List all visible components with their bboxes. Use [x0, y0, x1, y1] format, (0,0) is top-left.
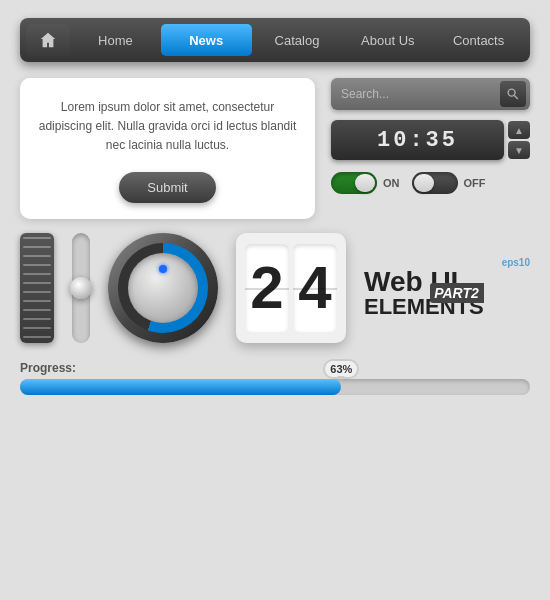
search-input[interactable] — [341, 87, 500, 101]
home-nav-button[interactable] — [26, 24, 70, 56]
vertical-slider-wide[interactable] — [20, 233, 54, 343]
clock-display: 10:35 — [331, 120, 504, 160]
slider-line — [23, 336, 51, 338]
toggles-row: ON OFF — [331, 172, 530, 194]
part2-badge: PART2 — [430, 283, 484, 303]
slider-line — [23, 264, 51, 266]
nav-item-home[interactable]: Home — [70, 24, 161, 56]
toggle-on-label: ON — [383, 177, 400, 189]
knob-ring — [118, 243, 208, 333]
clock-down-button[interactable]: ▼ — [508, 141, 530, 159]
nav-item-about[interactable]: About Us — [342, 24, 433, 56]
slider-line — [23, 300, 51, 302]
flip-counter: 2 4 — [236, 233, 346, 343]
knob-container — [108, 233, 218, 343]
slider-line — [23, 246, 51, 248]
toggle-off-label: OFF — [464, 177, 486, 189]
home-icon — [39, 31, 57, 49]
progress-label-row: Progress: — [20, 361, 530, 375]
nav-item-contacts[interactable]: Contacts — [433, 24, 524, 56]
slider-line — [23, 237, 51, 239]
toggle-off-thumb — [414, 174, 434, 192]
nav-item-news[interactable]: News — [161, 24, 252, 56]
progress-row: Progress: 63% — [20, 361, 530, 395]
clock-container: 10:35 ▲ ▼ — [331, 120, 530, 160]
card-body-text: Lorem ipsum dolor sit amet, consectetur … — [38, 98, 297, 156]
webui-branding: eps10 Web UI ELEMENTS PART2 — [364, 257, 530, 318]
slider-line — [23, 291, 51, 293]
clock-up-button[interactable]: ▲ — [508, 121, 530, 139]
toggle-on: ON — [331, 172, 400, 194]
clock-arrows: ▲ ▼ — [508, 121, 530, 159]
right-panel: 10:35 ▲ ▼ ON OFF — [331, 78, 530, 219]
svg-line-1 — [514, 95, 518, 99]
toggle-on-track[interactable] — [331, 172, 377, 194]
toggle-off-track[interactable] — [412, 172, 458, 194]
main-area: Lorem ipsum dolor sit amet, consectetur … — [20, 78, 530, 219]
slider-line — [23, 282, 51, 284]
slider-line — [23, 327, 51, 329]
widgets-row: 2 4 eps10 Web UI ELEMENTS PART2 — [20, 233, 530, 343]
eps-label: eps10 — [502, 257, 530, 268]
toggle-off: OFF — [412, 172, 486, 194]
slider-line — [23, 309, 51, 311]
toggle-on-thumb — [355, 174, 375, 192]
vertical-slider-small[interactable] — [72, 233, 90, 343]
progress-bubble: 63% — [323, 359, 359, 379]
search-icon — [506, 87, 520, 101]
knob[interactable] — [108, 233, 218, 343]
slider-line — [23, 255, 51, 257]
search-bar — [331, 78, 530, 110]
text-card: Lorem ipsum dolor sit amet, consectetur … — [20, 78, 315, 219]
progress-fill: 63% — [20, 379, 341, 395]
submit-button[interactable]: Submit — [119, 172, 215, 203]
nav-item-catalog[interactable]: Catalog — [252, 24, 343, 56]
knob-indicator-dot — [159, 265, 167, 273]
search-button[interactable] — [500, 81, 526, 107]
slider-thumb — [70, 277, 92, 299]
slider-line — [23, 273, 51, 275]
webui-title-wrapper: Web UI ELEMENTS PART2 — [364, 268, 484, 318]
knob-inner — [128, 253, 198, 323]
slider-lines — [20, 233, 54, 343]
navigation-bar: Home News Catalog About Us Contacts — [20, 18, 530, 62]
slider-line — [23, 318, 51, 320]
flip-digit-tens: 2 — [245, 244, 289, 332]
progress-label: Progress: — [20, 361, 76, 375]
progress-track: 63% — [20, 379, 530, 395]
flip-digit-ones: 4 — [293, 244, 337, 332]
svg-point-0 — [508, 89, 515, 96]
